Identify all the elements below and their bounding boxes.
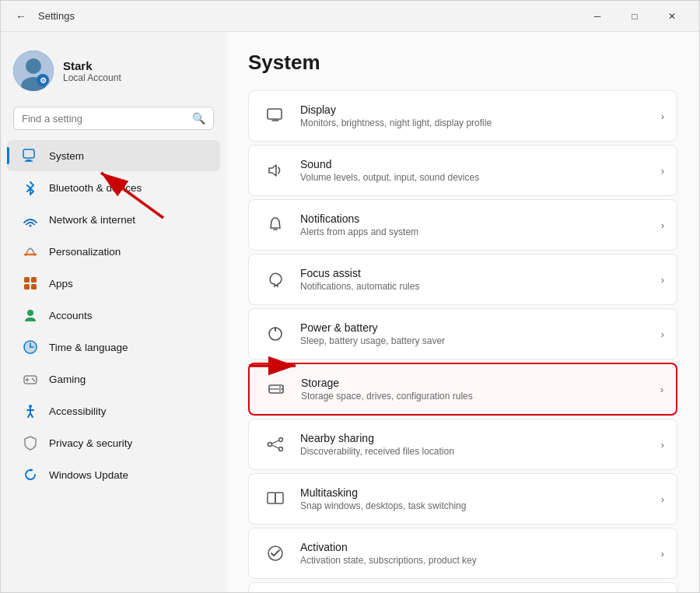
notifications-text: Notifications Alerts from apps and syste… (300, 212, 655, 237)
settings-item-power[interactable]: Power & battery Sleep, battery usage, ba… (248, 308, 677, 360)
minimize-button[interactable]: ─ (579, 4, 615, 29)
settings-item-sound[interactable]: Sound Volume levels, output, input, soun… (248, 145, 677, 196)
sidebar-item-system-label: System (49, 150, 84, 162)
settings-item-focus[interactable]: Focus assist Notifications, automatic ru… (248, 254, 677, 305)
sidebar-item-personalization-label: Personalization (49, 246, 121, 258)
content-area: ⚙ Stark Local Account 🔍 Sy (1, 32, 699, 592)
activation-text: Activation Activation state, subscriptio… (300, 541, 655, 566)
notifications-chevron: › (661, 219, 664, 231)
display-title: Display (300, 104, 655, 116)
multitasking-title: Multitasking (300, 486, 655, 499)
multitasking-chevron: › (661, 493, 664, 505)
main-content: System Display Monitors, brightness, nig… (226, 32, 699, 592)
focus-title: Focus assist (300, 267, 655, 279)
display-desc: Monitors, brightness, night light, displ… (300, 118, 655, 128)
settings-item-nearby[interactable]: Nearby sharing Discoverability, received… (248, 419, 677, 470)
svg-point-38 (279, 391, 281, 392)
power-text: Power & battery Sleep, battery usage, ba… (300, 321, 655, 346)
display-chevron: › (661, 111, 664, 122)
settings-item-troubleshoot[interactable]: Troubleshoot › (248, 582, 677, 592)
sidebar-item-network[interactable]: Network & internet (7, 204, 220, 235)
sidebar-item-accessibility-label: Accessibility (49, 405, 107, 417)
svg-point-40 (279, 438, 283, 442)
display-text: Display Monitors, brightness, night ligh… (300, 104, 655, 128)
titlebar: ← Settings ─ □ ✕ (1, 1, 699, 32)
sidebar-item-privacy[interactable]: Privacy & security (7, 427, 220, 458)
settings-item-multitasking[interactable]: Multitasking Snap windows, desktops, tas… (248, 473, 677, 525)
svg-point-22 (33, 380, 35, 381)
svg-rect-45 (275, 493, 283, 504)
profile-section[interactable]: ⚙ Stark Local Account (1, 44, 226, 107)
avatar: ⚙ (13, 51, 54, 91)
activation-title: Activation (300, 541, 655, 553)
sidebar-item-time[interactable]: Time & language (7, 332, 220, 363)
sidebar-item-accessibility[interactable]: Accessibility (7, 395, 220, 426)
sidebar-item-gaming-label: Gaming (49, 374, 86, 385)
nearby-desc: Discoverability, received files location (300, 446, 655, 457)
sidebar-item-apps[interactable]: Apps (7, 268, 220, 299)
multitasking-icon (261, 485, 289, 513)
personalization-icon (23, 244, 38, 259)
windows-update-icon (23, 467, 38, 482)
svg-point-21 (32, 378, 33, 380)
svg-rect-28 (268, 109, 282, 119)
storage-title: Storage (301, 377, 654, 389)
sidebar-item-windows-update-label: Windows Update (49, 469, 128, 481)
settings-item-notifications[interactable]: Notifications Alerts from apps and syste… (248, 199, 677, 251)
focus-desc: Notifications, automatic rules (300, 281, 655, 292)
sidebar-item-bluetooth[interactable]: Bluetooth & devices (7, 172, 220, 203)
svg-line-43 (272, 445, 279, 448)
gaming-icon (23, 371, 38, 387)
time-icon (23, 339, 38, 355)
maximize-button[interactable]: □ (617, 4, 653, 29)
sound-title: Sound (300, 158, 655, 170)
sidebar-item-apps-label: Apps (49, 278, 73, 289)
sound-desc: Volume levels, output, input, sound devi… (300, 172, 655, 183)
sidebar-item-windows-update[interactable]: Windows Update (7, 459, 220, 490)
svg-rect-11 (24, 284, 30, 289)
storage-icon (262, 375, 290, 403)
svg-line-42 (272, 440, 279, 444)
power-icon (261, 320, 289, 348)
activation-desc: Activation state, subscriptions, product… (300, 555, 655, 566)
sidebar-item-accounts[interactable]: Accounts (7, 300, 220, 331)
svg-point-8 (30, 225, 32, 227)
apps-icon (23, 275, 38, 291)
power-title: Power & battery (300, 321, 655, 334)
accessibility-icon (23, 403, 38, 419)
system-icon (23, 148, 38, 163)
sound-icon (261, 156, 289, 184)
sidebar-nav: System Bluetooth & devices (1, 139, 226, 491)
focus-chevron: › (661, 274, 664, 286)
notifications-desc: Alerts from apps and system (300, 226, 655, 237)
settings-item-activation[interactable]: Activation Activation state, subscriptio… (248, 528, 677, 579)
page-title: System (248, 51, 677, 75)
settings-list: Display Monitors, brightness, night ligh… (248, 90, 677, 592)
sidebar: ⚙ Stark Local Account 🔍 Sy (1, 32, 226, 592)
svg-marker-31 (269, 165, 276, 176)
svg-rect-5 (23, 149, 34, 158)
nearby-chevron: › (661, 439, 664, 451)
profile-sub: Local Account (63, 72, 121, 83)
close-button[interactable]: ✕ (654, 4, 690, 29)
back-button[interactable]: ← (10, 5, 32, 27)
notifications-icon (261, 211, 289, 239)
svg-rect-9 (24, 277, 30, 282)
sidebar-item-personalization[interactable]: Personalization (7, 236, 220, 267)
settings-item-storage[interactable]: Storage Storage space, drives, configura… (248, 363, 677, 416)
power-chevron: › (661, 328, 664, 340)
settings-window: ← Settings ─ □ ✕ ⚙ (0, 0, 700, 593)
svg-rect-12 (31, 284, 37, 289)
sidebar-item-bluetooth-label: Bluetooth & devices (49, 182, 142, 194)
sidebar-item-gaming[interactable]: Gaming (7, 363, 220, 395)
settings-item-display[interactable]: Display Monitors, brightness, night ligh… (248, 90, 677, 142)
sidebar-item-system[interactable]: System (7, 140, 220, 171)
sidebar-item-time-label: Time & language (49, 342, 128, 353)
profile-info: Stark Local Account (63, 59, 121, 83)
search-input[interactable] (22, 113, 186, 125)
accounts-icon (23, 307, 38, 323)
multitasking-text: Multitasking Snap windows, desktops, tas… (300, 486, 655, 511)
sound-text: Sound Volume levels, output, input, soun… (300, 158, 655, 183)
search-box[interactable]: 🔍 (13, 107, 214, 130)
svg-point-39 (268, 443, 272, 447)
